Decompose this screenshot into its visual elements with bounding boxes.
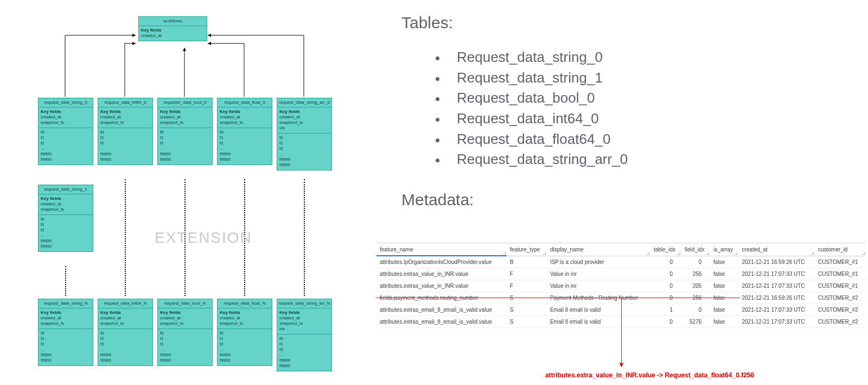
erd-box: request_data_float_NKey fieldscreated_at…	[217, 299, 272, 366]
erd-box-fields: f0 f1 f2 … f9899 f9900	[98, 128, 152, 165]
meta-cell: F	[507, 280, 547, 292]
erd-root-box: workflows Key fields created_at	[138, 16, 207, 41]
erd-box: request_data_bool_NKey fieldscreated_at …	[157, 299, 213, 366]
erd-key-label: Key fields	[279, 109, 329, 115]
meta-cell: CUSTOMER_#1	[815, 280, 866, 292]
erd-box-fields: f0 f1 f2 … f9899 f9900	[39, 128, 93, 165]
erd-box-fields: f0 f1 f2 … f9899 f9900	[218, 128, 272, 165]
erd-canvas: workflows Key fields created_at request_…	[33, 11, 380, 380]
erd-box-title: request_data_bool_N	[158, 299, 212, 308]
erd-box-keys: created_at snapshot_ts idx	[279, 315, 329, 332]
meta-cell: 1	[650, 304, 681, 316]
erd-box-title: request_data_float_N	[218, 299, 272, 308]
erd-box-title: request_data_string_N	[39, 299, 93, 308]
erd-box-title: request_data_int64_N	[98, 299, 152, 308]
meta-cell: B	[507, 256, 547, 268]
erd-dotted-connector	[304, 179, 305, 296]
erd-box-fields: f0 f1 f2 … f9899 f9900	[39, 329, 93, 365]
meta-cell: 2021-12-21 17:07:33 UTC	[738, 268, 815, 280]
meta-cell: false	[710, 304, 738, 316]
erd-key-label: Key fields	[41, 196, 91, 201]
meta-cell: 0	[681, 256, 710, 268]
erd-box-title: request_data_string_arr_0	[277, 98, 331, 108]
meta-cell: S	[507, 304, 547, 316]
erd-dotted-connector	[125, 179, 126, 296]
erd-box: request_data_string_NKey fieldscreated_a…	[38, 299, 93, 366]
highlight-annotation: attributes.extra_value_in_INR.value -> R…	[545, 371, 754, 379]
meta-cell: 2021-12-21 17:07:33 UTC	[738, 280, 815, 292]
highlight-underline	[376, 298, 740, 298]
tables-list-item: Request_data_string_1	[447, 68, 857, 89]
meta-cell: 0	[650, 256, 681, 268]
meta-cell: 0	[650, 280, 681, 292]
tables-list-item: Request_data_int64_0	[447, 109, 857, 129]
erd-box-title: request_data_string_1	[39, 185, 93, 194]
tables-list-item: Request_data_float64_0	[447, 129, 857, 150]
erd-box-fields: f0 f1 f2 … f9899 f9900	[277, 334, 331, 371]
meta-cell: attributes.extras_email_8_email_is_valid…	[376, 304, 507, 316]
meta-cell: false	[710, 268, 738, 280]
meta-cell: S	[507, 316, 547, 328]
erd-box-keys: created_at snapshot_ts	[41, 315, 91, 326]
tables-list-item: Request_data_bool_0	[447, 88, 857, 109]
meta-cell: 2021-12-21 17:07:33 UTC	[738, 304, 815, 316]
meta-col-header: field_idx	[681, 243, 710, 256]
rhs-panel: Tables: Request_data_string_0Request_dat…	[401, 14, 857, 216]
erd-box: requestd_data_bool_0Key fieldscreated_at…	[157, 98, 213, 165]
highlight-arrow-stem	[621, 298, 622, 363]
erd-key-label: Key fields	[100, 310, 150, 315]
erd-key-label: Key fields	[100, 109, 150, 115]
meta-cell: attributes.extras_value_in_INR.value	[376, 268, 507, 280]
meta-cell: Email 8 email is valid	[547, 316, 650, 328]
erd-box-keys: created_at snapshot_ts	[160, 315, 210, 326]
erd-key-label: Key fields	[160, 310, 210, 315]
meta-cell: attributes.extras_value_in_INR.value	[376, 280, 507, 292]
erd-box: request_data_string_1Key fieldscreated_a…	[38, 185, 93, 252]
meta-cell: CUSTOMER_#2	[815, 316, 866, 328]
erd-box-keys: created_at snapshot_ts	[41, 201, 91, 212]
erd-box-title: requestd_data_bool_0	[158, 98, 212, 108]
meta-cell: 2021-12-21 16:59:26 UTC	[738, 292, 815, 304]
meta-cell: attributes.IpOrganizationIsCloudProvider…	[376, 256, 507, 268]
meta-cell: false	[710, 280, 738, 292]
erd-box-fields: f0 f1 f2 … f9899 f9900	[158, 128, 212, 165]
erd-key-label: Key fields	[220, 310, 270, 315]
meta-row: attributes.extras_value_in_INR.valueFVal…	[376, 280, 866, 292]
erd-box-fields: f0 f1 f2 … f9899 f9900	[277, 133, 331, 170]
erd-key-label: Key fields	[41, 109, 91, 115]
meta-cell: 2021-12-21 16:59:26 UTC	[738, 256, 815, 268]
meta-cell: CUSTOMER_#1	[815, 268, 866, 280]
meta-col-header: is_array	[710, 243, 738, 256]
erd-box: request_data_string_arr_NKey fieldscreat…	[277, 299, 332, 371]
meta-cell: 5276	[681, 316, 710, 328]
erd-key-label: Key fields	[279, 310, 329, 315]
meta-cell: Value in inr	[547, 268, 650, 280]
meta-cell: false	[710, 256, 738, 268]
meta-cell: 0	[650, 316, 681, 328]
erd-key-label: Key fields	[160, 109, 210, 115]
erd-box: request_data_float_0Key fieldscreated_at…	[217, 98, 272, 165]
meta-cell: CUSTOMER_#1	[815, 256, 866, 268]
tables-header: Tables:	[401, 14, 857, 32]
erd-box: request_data_string_0Key fieldscreated_a…	[38, 98, 93, 165]
tables-list: Request_data_string_0Request_data_string…	[401, 47, 857, 170]
meta-cell: 0	[650, 268, 681, 280]
meta-cell: Value in inr	[547, 280, 650, 292]
erd-dotted-connector	[65, 266, 66, 296]
meta-col-header: created_at	[738, 243, 815, 256]
erd-box-keys: created_at snapshot_ts	[160, 115, 210, 125]
metadata-header: Metadata:	[401, 191, 857, 209]
meta-col-header: feature_type	[507, 243, 547, 256]
meta-cell: false	[710, 316, 738, 328]
erd-box: request_data_string_arr_0Key fieldscreat…	[277, 98, 332, 171]
erd-box-fields: f0 f1 f2 … f9899 f9900	[218, 329, 272, 365]
erd-box-keys: created_at snapshot_ts	[100, 115, 150, 125]
highlight-arrow-head: ▼	[618, 361, 625, 369]
meta-cell: 2021-12-21 17:07:33 UTC	[738, 316, 815, 328]
erd-box-keys: created_at snapshot_ts	[100, 315, 150, 326]
erd-key-label: Key fields	[141, 28, 205, 33]
erd-box: request_data_int64_NKey fieldscreated_at…	[98, 299, 153, 366]
erd-key-label: Key fields	[220, 109, 270, 115]
meta-col-header: feature_name	[376, 243, 507, 256]
meta-cell: 205	[681, 280, 710, 292]
